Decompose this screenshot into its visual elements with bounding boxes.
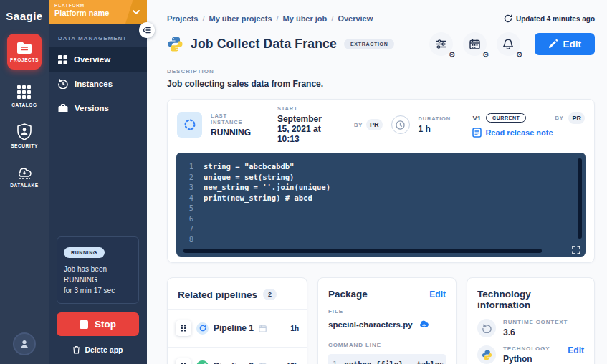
technology-value: Python	[503, 354, 550, 364]
briefcase-icon	[58, 104, 68, 113]
command-line-box[interactable]: 1 python {file} --tables	[328, 354, 446, 364]
read-release-note-link[interactable]: Read release note	[472, 128, 585, 138]
folder-icon	[16, 42, 32, 54]
command-text: python {file} --tables	[344, 360, 444, 364]
sidebar-item-label: Versions	[75, 104, 109, 112]
technology-information-card: Technology information RUNTIME CONTEXT 3…	[467, 277, 595, 364]
breadcrumb-uber-job[interactable]: My über job	[283, 14, 328, 23]
python-icon	[167, 36, 183, 52]
package-card: Package Edit FILE special-characters.py …	[317, 277, 457, 364]
file-label: FILE	[328, 308, 446, 315]
rail-item-datalake[interactable]: DATALAKE	[10, 164, 39, 188]
platform-selector[interactable]: PLATFORM Platform name	[49, 0, 147, 24]
technology-edit-link[interactable]: Edit	[568, 345, 584, 355]
title-actions: ⚙ ⚙ ⚙ Edit	[429, 32, 596, 56]
rail-item-label: DATALAKE	[10, 183, 39, 188]
vertical-scrollbar[interactable]	[578, 158, 582, 239]
schedule-button[interactable]: ⚙	[463, 32, 487, 56]
collapse-menu-icon	[143, 27, 151, 34]
current-version-badge: CURRENT	[486, 113, 526, 123]
saagie-logo: Saagie	[6, 0, 42, 34]
delete-app-button[interactable]: Delete app	[49, 345, 147, 354]
description-label: DESCRIPTION	[167, 68, 595, 75]
pencil-icon	[548, 39, 558, 49]
user-initials-badge[interactable]: PR	[568, 112, 585, 124]
breadcrumb-projects[interactable]: Projects	[167, 14, 198, 23]
pipelines-count-badge: 2	[263, 289, 277, 300]
gear-icon: ⚙	[516, 51, 523, 59]
rail-item-catalog[interactable]: CATALOG	[11, 85, 37, 107]
fullscreen-expand-icon[interactable]	[572, 246, 580, 254]
projects-tile[interactable]: PROJECTS	[7, 34, 42, 70]
running-badge: RUNNING	[64, 247, 105, 258]
code-line: string = "abcbcabdb"	[204, 161, 294, 172]
sidebar-item-label: Instances	[75, 80, 113, 88]
runtime-context-row: RUNTIME CONTEXT 3.6	[477, 319, 584, 337]
breadcrumb-uber-projects[interactable]: My über projects	[209, 14, 272, 23]
sliders-icon	[436, 39, 446, 49]
rail-item-projects[interactable]: PROJECTS	[7, 34, 42, 70]
last-instance-card: LAST INSTANCE RUNNING START September 15…	[167, 99, 595, 263]
cloud-upload-icon[interactable]	[418, 320, 430, 329]
runtime-context-value: 3.6	[503, 327, 568, 337]
sidebar-item-overview[interactable]: Overview	[49, 47, 147, 72]
package-file-name: special-characters.py	[328, 320, 413, 329]
running-status-text: Job has been RUNNING for 3 min 17 sec	[64, 264, 132, 296]
platform-label: PLATFORM	[54, 3, 141, 8]
code-line: print(new_string) # abcd	[204, 193, 312, 203]
version-group: V1 CURRENT BY PR Read release note	[472, 112, 585, 138]
calendar-small-icon	[259, 325, 267, 332]
python-icon	[477, 345, 496, 364]
pipeline-row-2[interactable]: Pipeline 2 15h	[168, 347, 307, 364]
edit-button[interactable]: Edit	[535, 33, 596, 55]
shield-icon	[16, 123, 32, 140]
job-settings-button[interactable]: ⚙	[429, 32, 453, 56]
alerts-button[interactable]: ⚙	[497, 32, 520, 56]
rail-item-label: SECURITY	[11, 143, 38, 148]
sidebar-item-label: Overview	[74, 55, 110, 64]
duration-group: DURATION 1 h	[419, 115, 451, 134]
user-initials-badge[interactable]: PR	[366, 119, 383, 130]
rail-item-security[interactable]: SECURITY	[11, 123, 38, 148]
version-label: V1	[472, 114, 481, 122]
code-line: unique = set(string)	[204, 172, 294, 183]
user-avatar[interactable]	[13, 332, 36, 355]
datalake-cloud-icon	[16, 164, 33, 180]
app-rail: Saagie PROJECTS CATALOG SECURITY DATALAK…	[0, 0, 49, 364]
dashboard-grid-icon	[58, 55, 67, 64]
instance-header: LAST INSTANCE RUNNING START September 15…	[168, 100, 594, 150]
sidebar-collapse-button[interactable]	[139, 22, 155, 38]
sidebar-item-instances[interactable]: Instances	[49, 72, 147, 96]
sidenav-section-label: DATA MANAGEMENT	[58, 35, 147, 42]
horizontal-scrollbar[interactable]	[183, 249, 542, 253]
pipeline-running-icon	[196, 322, 209, 335]
last-instance-group: LAST INSTANCE RUNNING	[211, 112, 251, 138]
clock-icon	[391, 115, 410, 134]
description-text: Job collecting sales data from France.	[167, 79, 595, 89]
pipeline-row-1[interactable]: Pipeline 1 1h	[168, 309, 307, 347]
sidebar-item-versions[interactable]: Versions	[49, 96, 147, 120]
bottom-cards-row: Related pipelines 2 Pipeline 1 1h	[167, 277, 595, 364]
pipeline-icon	[176, 320, 191, 336]
breadcrumb-overview[interactable]: Overview	[338, 14, 373, 23]
rail-item-label: CATALOG	[11, 102, 37, 107]
calendar-icon	[469, 39, 480, 49]
extraction-badge: EXTRACTION	[344, 39, 395, 49]
refresh-icon	[504, 14, 512, 23]
code-editor[interactable]: 1string = "abcbcabdb" 2unique = set(stri…	[176, 153, 586, 257]
runtime-history-icon	[477, 319, 496, 337]
release-note-doc-icon	[472, 128, 482, 138]
instance-status: RUNNING	[211, 128, 251, 138]
updated-status: Updated 4 minutes ago	[504, 14, 595, 23]
stop-icon	[80, 320, 88, 329]
technology-row: TECHNOLOGY Python Edit	[477, 345, 584, 364]
gear-icon: ⚙	[482, 51, 489, 59]
history-icon	[58, 79, 68, 89]
job-running-status-card: RUNNING Job has been RUNNING for 3 min 1…	[57, 236, 139, 304]
rail-item-label: PROJECTS	[10, 57, 39, 62]
card-title: Related pipelines	[178, 289, 257, 300]
catalog-grid-icon	[17, 85, 32, 100]
pipeline-success-icon	[196, 360, 209, 364]
stop-button[interactable]: Stop	[57, 312, 139, 336]
package-edit-link[interactable]: Edit	[429, 289, 446, 300]
